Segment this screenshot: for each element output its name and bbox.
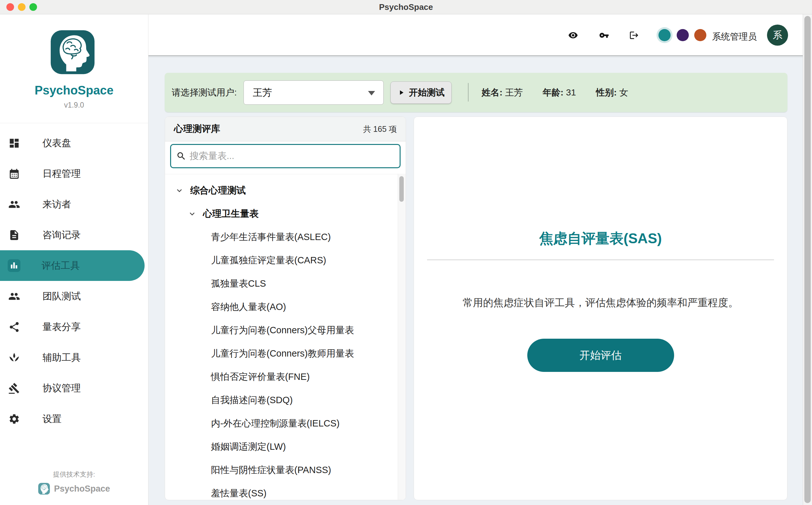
gavel-icon — [8, 382, 20, 394]
spa-icon — [8, 352, 20, 364]
tree-scrollbar[interactable] — [398, 174, 406, 500]
sidebar-item-label: 设置 — [42, 412, 62, 426]
sidebar-item-protocol-mgmt[interactable]: 协议管理 — [0, 373, 148, 403]
age-value: 31 — [566, 88, 576, 98]
scale-detail-panel: 焦虑自评量表(SAS) 常用的焦虑症状自评工具，评估焦虑体验的频率和严重程度。 … — [414, 117, 787, 500]
search-placeholder: 搜索量表... — [190, 150, 234, 162]
user-name-field: 姓名:王芳 — [482, 73, 523, 112]
start-assessment-button[interactable]: 开始评估 — [527, 339, 674, 372]
select-user-label: 请选择测试用户: — [172, 73, 237, 112]
avatar-initial: 系 — [773, 29, 782, 42]
tree-label: 婚姻调适测定(LW) — [211, 441, 286, 453]
sidebar-divider — [0, 123, 148, 123]
start-assessment-label: 开始评估 — [580, 348, 622, 363]
theme-swatch-purple[interactable] — [677, 29, 689, 41]
bar-chart-icon — [8, 259, 20, 272]
sidebar-item-visitors[interactable]: 来访者 — [0, 189, 148, 220]
search-input[interactable]: 搜索量表... — [170, 144, 401, 168]
sidebar-item-label: 辅助工具 — [42, 351, 81, 364]
library-title: 心理测评库 — [174, 123, 220, 135]
sidebar-item-dashboard[interactable]: 仪表盘 — [0, 128, 148, 158]
tree-label: 青少年生活事件量表(ASLEC) — [211, 231, 331, 243]
tree-label: 儿童行为问卷(Conners)教师用量表 — [211, 347, 354, 360]
user-gender-field: 性别:女 — [596, 73, 628, 112]
topbar: 系统管理员 系 — [148, 14, 803, 55]
tree-label: 自我描述问卷(SDQ) — [211, 394, 293, 407]
tree-item[interactable]: 惧怕否定评价量表(FNE) — [165, 365, 406, 388]
user-select-dropdown[interactable]: 王芳 — [243, 80, 384, 105]
tree-item[interactable]: 儿童行为问卷(Conners)教师用量表 — [165, 342, 406, 365]
key-icon[interactable] — [599, 30, 609, 40]
chevron-down-icon — [368, 91, 375, 96]
sidebar-item-scale-sharing[interactable]: 量表分享 — [0, 312, 148, 342]
scale-description: 常用的焦虑症状自评工具，评估焦虑体验的频率和严重程度。 — [450, 296, 751, 310]
sidebar-item-label: 仪表盘 — [42, 137, 71, 150]
avatar[interactable]: 系 — [767, 25, 788, 46]
theme-swatch-teal[interactable] — [658, 29, 671, 41]
logout-icon[interactable] — [629, 30, 639, 40]
play-icon — [397, 89, 405, 97]
app-logo-brain-icon — [50, 29, 95, 75]
user-role: 系统管理员 — [712, 31, 757, 43]
search-icon — [176, 151, 186, 161]
sidebar-item-label: 协议管理 — [42, 382, 81, 395]
name-value: 王芳 — [505, 88, 523, 98]
tree-label: 孤独量表CLS — [211, 278, 266, 290]
tree-item[interactable]: 羞怯量表(SS) — [165, 482, 406, 500]
start-test-button[interactable]: 开始测试 — [390, 81, 452, 104]
selected-user-value: 王芳 — [253, 81, 272, 105]
library-count-badge: 共 165 项 — [363, 124, 397, 134]
age-label: 年龄: — [543, 88, 563, 98]
banner-divider — [468, 83, 468, 102]
dashboard-icon — [8, 137, 20, 149]
calendar-icon — [8, 168, 20, 180]
sidebar: PsychoSpace v1.9.0 仪表盘 日程管理 来访者 咨询记录 — [0, 14, 149, 505]
tree-item[interactable]: 内-外在心理控制源量表(IELCS) — [165, 412, 406, 435]
tree-item[interactable]: 阳性与阴性症状量表(PANSS) — [165, 458, 406, 482]
tree-scrollbar-thumb[interactable] — [399, 176, 404, 202]
gender-value: 女 — [619, 88, 628, 98]
footer-brand-name: PsychoSpace — [54, 484, 110, 494]
sidebar-item-label: 量表分享 — [42, 321, 81, 334]
main-content: 请选择测试用户: 王芳 开始测试 姓名:王芳 年龄:31 性别:女 — [148, 55, 812, 505]
chevron-down-icon — [175, 186, 184, 195]
gear-icon — [8, 413, 20, 425]
tree-item[interactable]: 婚姻调适测定(LW) — [165, 435, 406, 458]
sidebar-item-consult-records[interactable]: 咨询记录 — [0, 220, 148, 250]
tree-subcategory[interactable]: 心理卫生量表 — [165, 202, 406, 225]
sidebar-item-settings[interactable]: 设置 — [0, 403, 148, 434]
tree-item[interactable]: 儿童行为问卷(Conners)父母用量表 — [165, 319, 406, 342]
user-age-field: 年龄:31 — [543, 73, 576, 112]
scale-library-panel: 心理测评库 共 165 项 搜索量表... 综合心理测试 心理卫生量表 青少年 — [165, 117, 406, 500]
scale-title: 焦虑自评量表(SAS) — [540, 229, 662, 248]
tree-item[interactable]: 孤独量表CLS — [165, 272, 406, 295]
tree-label: 儿童行为问卷(Conners)父母用量表 — [211, 324, 354, 337]
theme-swatch-orange[interactable] — [694, 29, 706, 41]
window-scrollbar-thumb[interactable] — [804, 16, 811, 503]
visibility-icon[interactable] — [568, 30, 578, 40]
sidebar-item-assessment-tools[interactable]: 评估工具 — [0, 250, 145, 281]
tree-label: 内-外在心理控制源量表(IELCS) — [211, 417, 340, 430]
tree-label: 惧怕否定评价量表(FNE) — [211, 371, 310, 383]
sidebar-item-team-tests[interactable]: 团队测试 — [0, 281, 148, 312]
support-brand: PsychoSpace — [0, 483, 148, 495]
sidebar-item-schedule[interactable]: 日程管理 — [0, 158, 148, 189]
tree-item[interactable]: 容纳他人量表(AO) — [165, 295, 406, 319]
chevron-down-icon — [187, 209, 197, 219]
people-icon — [8, 198, 20, 210]
tree-label: 阳性与阴性症状量表(PANSS) — [211, 464, 331, 477]
groups-icon — [8, 291, 20, 302]
tree-item[interactable]: 儿童孤独症评定量表(CARS) — [165, 249, 406, 272]
window-title: PsychoSpace — [0, 0, 812, 14]
sidebar-item-label: 日程管理 — [42, 167, 81, 180]
window-scrollbar[interactable] — [803, 14, 812, 505]
sidebar-nav: 仪表盘 日程管理 来访者 咨询记录 评估工具 团队测试 — [0, 128, 148, 434]
tree-category[interactable]: 综合心理测试 — [165, 179, 406, 202]
sidebar-item-label: 团队测试 — [42, 290, 81, 303]
sidebar-item-label: 咨询记录 — [42, 228, 81, 242]
sidebar-item-aux-tools[interactable]: 辅助工具 — [0, 342, 148, 373]
tree-item[interactable]: 自我描述问卷(SDQ) — [165, 388, 406, 412]
app-version: v1.9.0 — [0, 101, 148, 110]
tree-item[interactable]: 青少年生活事件量表(ASLEC) — [165, 225, 406, 249]
document-icon — [8, 229, 20, 241]
